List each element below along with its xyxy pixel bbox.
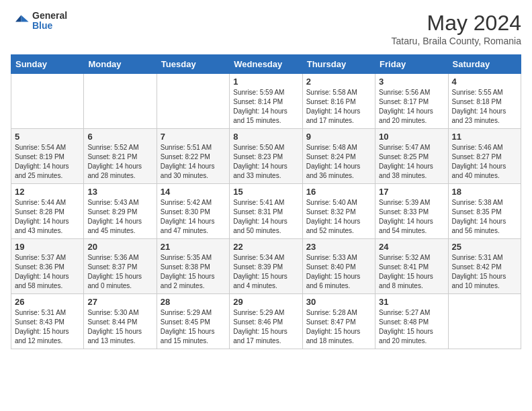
calendar-cell: 12Sunrise: 5:44 AMSunset: 8:28 PMDayligh… <box>11 184 84 239</box>
calendar-cell: 18Sunrise: 5:38 AMSunset: 8:35 PMDayligh… <box>448 184 521 239</box>
week-row-5: 26Sunrise: 5:31 AMSunset: 8:43 PMDayligh… <box>11 294 521 349</box>
calendar-cell <box>11 74 84 129</box>
day-number: 4 <box>452 77 517 87</box>
day-info: Sunrise: 5:46 AMSunset: 8:27 PMDaylight:… <box>452 143 517 181</box>
calendar-cell: 6Sunrise: 5:52 AMSunset: 8:21 PMDaylight… <box>84 129 157 184</box>
day-info: Sunrise: 5:32 AMSunset: 8:41 PMDaylight:… <box>379 253 444 291</box>
day-info: Sunrise: 5:44 AMSunset: 8:28 PMDaylight:… <box>15 198 80 236</box>
day-info: Sunrise: 5:33 AMSunset: 8:40 PMDaylight:… <box>306 253 371 291</box>
calendar-cell: 31Sunrise: 5:27 AMSunset: 8:48 PMDayligh… <box>375 294 448 349</box>
day-number: 15 <box>233 187 298 197</box>
day-number: 28 <box>161 297 226 307</box>
logo-text: General Blue <box>32 11 67 32</box>
day-number: 27 <box>87 297 152 307</box>
day-info: Sunrise: 5:56 AMSunset: 8:17 PMDaylight:… <box>379 88 444 126</box>
calendar-cell: 21Sunrise: 5:35 AMSunset: 8:38 PMDayligh… <box>157 239 229 294</box>
calendar-cell: 7Sunrise: 5:51 AMSunset: 8:22 PMDaylight… <box>157 129 229 184</box>
day-info: Sunrise: 5:30 AMSunset: 8:44 PMDaylight:… <box>87 308 152 346</box>
calendar-cell <box>448 294 521 349</box>
calendar-cell: 14Sunrise: 5:42 AMSunset: 8:30 PMDayligh… <box>157 184 229 239</box>
day-info: Sunrise: 5:27 AMSunset: 8:48 PMDaylight:… <box>379 308 444 346</box>
calendar-cell: 3Sunrise: 5:56 AMSunset: 8:17 PMDaylight… <box>375 74 448 129</box>
calendar-cell: 29Sunrise: 5:29 AMSunset: 8:46 PMDayligh… <box>230 294 302 349</box>
day-number: 11 <box>452 132 517 142</box>
column-header-tuesday: Tuesday <box>157 55 229 74</box>
day-info: Sunrise: 5:50 AMSunset: 8:23 PMDaylight:… <box>233 143 298 181</box>
calendar-cell: 15Sunrise: 5:41 AMSunset: 8:31 PMDayligh… <box>230 184 302 239</box>
week-row-4: 19Sunrise: 5:37 AMSunset: 8:36 PMDayligh… <box>11 239 521 294</box>
calendar-cell: 30Sunrise: 5:28 AMSunset: 8:47 PMDayligh… <box>302 294 375 349</box>
day-info: Sunrise: 5:42 AMSunset: 8:30 PMDaylight:… <box>161 198 226 236</box>
day-info: Sunrise: 5:51 AMSunset: 8:22 PMDaylight:… <box>161 143 226 181</box>
day-number: 9 <box>306 132 371 142</box>
column-header-monday: Monday <box>84 55 157 74</box>
title-block: May 2024 Tataru, Braila County, Romania <box>392 11 522 46</box>
week-row-2: 5Sunrise: 5:54 AMSunset: 8:19 PMDaylight… <box>11 129 521 184</box>
day-info: Sunrise: 5:31 AMSunset: 8:43 PMDaylight:… <box>15 308 80 346</box>
day-info: Sunrise: 5:28 AMSunset: 8:47 PMDaylight:… <box>306 308 371 346</box>
day-number: 22 <box>233 242 298 252</box>
calendar-cell: 26Sunrise: 5:31 AMSunset: 8:43 PMDayligh… <box>11 294 84 349</box>
week-row-3: 12Sunrise: 5:44 AMSunset: 8:28 PMDayligh… <box>11 184 521 239</box>
calendar-cell: 5Sunrise: 5:54 AMSunset: 8:19 PMDaylight… <box>11 129 84 184</box>
day-info: Sunrise: 5:41 AMSunset: 8:31 PMDaylight:… <box>233 198 298 236</box>
day-number: 25 <box>452 242 517 252</box>
day-info: Sunrise: 5:48 AMSunset: 8:24 PMDaylight:… <box>306 143 371 181</box>
day-info: Sunrise: 5:40 AMSunset: 8:32 PMDaylight:… <box>306 198 371 236</box>
column-header-wednesday: Wednesday <box>230 55 302 74</box>
day-number: 6 <box>87 132 152 142</box>
column-header-sunday: Sunday <box>11 55 84 74</box>
svg-marker-0 <box>21 15 28 22</box>
day-number: 13 <box>87 187 152 197</box>
day-number: 29 <box>233 297 298 307</box>
logo-blue-text: Blue <box>32 21 67 31</box>
day-number: 24 <box>379 242 444 252</box>
calendar-cell: 22Sunrise: 5:34 AMSunset: 8:39 PMDayligh… <box>230 239 302 294</box>
day-info: Sunrise: 5:37 AMSunset: 8:36 PMDaylight:… <box>15 253 80 291</box>
day-info: Sunrise: 5:55 AMSunset: 8:18 PMDaylight:… <box>452 88 517 126</box>
day-number: 21 <box>161 242 226 252</box>
calendar-cell: 28Sunrise: 5:29 AMSunset: 8:45 PMDayligh… <box>157 294 229 349</box>
day-info: Sunrise: 5:43 AMSunset: 8:29 PMDaylight:… <box>87 198 152 236</box>
day-info: Sunrise: 5:31 AMSunset: 8:42 PMDaylight:… <box>452 253 517 291</box>
day-info: Sunrise: 5:29 AMSunset: 8:46 PMDaylight:… <box>233 308 298 346</box>
day-info: Sunrise: 5:35 AMSunset: 8:38 PMDaylight:… <box>161 253 226 291</box>
calendar-header-row: SundayMondayTuesdayWednesdayThursdayFrid… <box>11 55 521 74</box>
day-number: 30 <box>306 297 371 307</box>
day-number: 12 <box>15 187 80 197</box>
svg-marker-1 <box>15 15 21 22</box>
calendar-cell: 2Sunrise: 5:58 AMSunset: 8:16 PMDaylight… <box>302 74 375 129</box>
calendar-cell: 4Sunrise: 5:55 AMSunset: 8:18 PMDaylight… <box>448 74 521 129</box>
day-info: Sunrise: 5:58 AMSunset: 8:16 PMDaylight:… <box>306 88 371 126</box>
day-number: 16 <box>306 187 371 197</box>
calendar-cell <box>84 74 157 129</box>
day-info: Sunrise: 5:59 AMSunset: 8:14 PMDaylight:… <box>233 88 298 126</box>
logo-icon <box>11 11 30 30</box>
day-number: 17 <box>379 187 444 197</box>
day-info: Sunrise: 5:38 AMSunset: 8:35 PMDaylight:… <box>452 198 517 236</box>
column-header-friday: Friday <box>375 55 448 74</box>
day-info: Sunrise: 5:29 AMSunset: 8:45 PMDaylight:… <box>161 308 226 346</box>
day-number: 1 <box>233 77 298 87</box>
calendar-table: SundayMondayTuesdayWednesdayThursdayFrid… <box>11 54 521 349</box>
calendar-cell: 20Sunrise: 5:36 AMSunset: 8:37 PMDayligh… <box>84 239 157 294</box>
day-number: 10 <box>379 132 444 142</box>
calendar-cell: 24Sunrise: 5:32 AMSunset: 8:41 PMDayligh… <box>375 239 448 294</box>
day-number: 7 <box>161 132 226 142</box>
day-number: 5 <box>15 132 80 142</box>
calendar-cell: 17Sunrise: 5:39 AMSunset: 8:33 PMDayligh… <box>375 184 448 239</box>
calendar-cell: 13Sunrise: 5:43 AMSunset: 8:29 PMDayligh… <box>84 184 157 239</box>
day-info: Sunrise: 5:34 AMSunset: 8:39 PMDaylight:… <box>233 253 298 291</box>
calendar-cell: 10Sunrise: 5:47 AMSunset: 8:25 PMDayligh… <box>375 129 448 184</box>
calendar-cell: 8Sunrise: 5:50 AMSunset: 8:23 PMDaylight… <box>230 129 302 184</box>
logo-general-text: General <box>32 11 67 21</box>
day-number: 14 <box>161 187 226 197</box>
day-info: Sunrise: 5:47 AMSunset: 8:25 PMDaylight:… <box>379 143 444 181</box>
day-number: 2 <box>306 77 371 87</box>
calendar-cell: 19Sunrise: 5:37 AMSunset: 8:36 PMDayligh… <box>11 239 84 294</box>
day-number: 26 <box>15 297 80 307</box>
day-info: Sunrise: 5:52 AMSunset: 8:21 PMDaylight:… <box>87 143 152 181</box>
day-number: 18 <box>452 187 517 197</box>
location-subtitle: Tataru, Braila County, Romania <box>392 36 522 46</box>
calendar-cell: 9Sunrise: 5:48 AMSunset: 8:24 PMDaylight… <box>302 129 375 184</box>
